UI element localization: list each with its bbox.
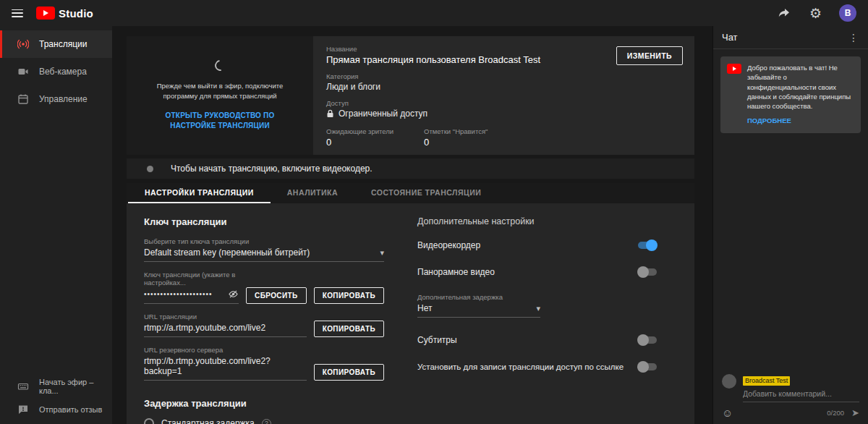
sidebar-item-label: Веб-камера: [39, 67, 87, 77]
stream-url-value: rtmp://a.rtmp.youtube.com/live2: [144, 323, 265, 333]
sidebar-item-broadcasts[interactable]: Трансляции: [0, 30, 112, 58]
main-content: Прежде чем выйти в эфир, подключите прог…: [112, 26, 712, 424]
topbar: Studio ⚙ B: [0, 0, 868, 26]
chat-title: Чат: [722, 32, 738, 43]
dvr-row: Видеорекордер: [417, 239, 658, 251]
sidebar-item-label: Начать эфир – кла...: [39, 378, 112, 395]
feedback-icon: [17, 404, 29, 415]
extra-delay-value: Нет: [417, 303, 432, 313]
dvr-toggle[interactable]: [637, 239, 658, 251]
help-icon[interactable]: ?: [262, 419, 271, 424]
latency-section: Задержка трансляции Стандартная задержка…: [144, 398, 384, 424]
copy-backup-url-button[interactable]: КОПИРОВАТЬ: [314, 364, 384, 381]
category-label: Категория: [326, 72, 681, 80]
category-value: Люди и блоги: [326, 82, 681, 92]
latency-option-normal[interactable]: Стандартная задержка ?: [144, 418, 384, 424]
sidebar-item-manage[interactable]: Управление: [0, 85, 112, 113]
access-value: Ограниченный доступ: [339, 109, 427, 119]
broadcast-summary-card: Прежде чем выйти в эфир, подключите прог…: [127, 36, 694, 155]
chevron-down-icon: ▾: [380, 248, 384, 258]
link-access-row: Установить для записи трансляции доступ …: [417, 361, 658, 373]
backup-url-field: URL резервного сервера rtmp://b.rtmp.you…: [144, 346, 307, 381]
status-message: Чтобы начать трансляцию, включите видеок…: [171, 164, 373, 174]
stream-key-title: Ключ трансляции: [144, 216, 384, 227]
learn-more-link[interactable]: ПОДРОБНЕЕ: [747, 116, 791, 124]
radio-icon: [144, 418, 154, 424]
panoramic-label: Панорамное видео: [417, 267, 502, 277]
sidebar-item-start-stream-shortcut[interactable]: Начать эфир – кла...: [0, 375, 112, 398]
additional-settings-title: Дополнительные настройки: [417, 216, 658, 226]
stream-preview-panel: Прежде чем выйти в эфир, подключите прог…: [127, 36, 313, 155]
encoder-status-bar: Чтобы начать трансляцию, включите видеок…: [127, 158, 694, 179]
additional-settings-section: Дополнительные настройки Видеорекордер П…: [417, 216, 658, 424]
tab-analytics[interactable]: АНАЛИТИКА: [271, 183, 354, 203]
youtube-play-icon: [727, 64, 741, 74]
captions-label: Субтитры: [417, 335, 464, 345]
sidebar-item-label: Отправить отзыв: [39, 405, 102, 414]
latency-title: Задержка трансляции: [144, 398, 384, 409]
lock-icon: [326, 109, 334, 118]
sidebar-item-send-feedback[interactable]: Отправить отзыв: [0, 398, 112, 421]
chat-compose-area: Broadcast Test ☺ 0/200 ➤: [713, 368, 868, 424]
stream-key-value: •••••••••••••••••••••: [144, 290, 213, 298]
waiting-viewers-stat: Ожидающие зрители 0: [326, 127, 393, 148]
chat-header: Чат ⋮: [713, 26, 868, 49]
captions-toggle[interactable]: [637, 334, 658, 346]
stream-key-field: Ключ трансляции (укажите в настройках...…: [144, 271, 239, 304]
likes-stat: Отметки "Нравится" 0: [424, 127, 488, 148]
stream-key-type-select[interactable]: Выберите тип ключа трансляции Default st…: [144, 237, 384, 262]
panoramic-row: Панорамное видео: [417, 266, 658, 278]
webcam-icon: [17, 66, 29, 77]
dvr-label: Видеорекордер: [417, 240, 488, 250]
chat-message-input[interactable]: [743, 387, 859, 402]
sidebar-item-webcam[interactable]: Веб-камера: [0, 58, 112, 85]
tab-bar: НАСТРОЙКИ ТРАНСЛЯЦИИ АНАЛИТИКА СОСТОЯНИЕ…: [127, 183, 694, 203]
chat-welcome-card: Добро пожаловать в чат! Не забывайте о к…: [720, 56, 861, 133]
stream-key-section: Ключ трансляции Выберите тип ключа транс…: [144, 216, 384, 424]
link-access-toggle[interactable]: [637, 361, 658, 373]
edit-button[interactable]: ИЗМЕНИТЬ: [616, 46, 683, 65]
sidebar-item-label: Трансляции: [39, 39, 87, 49]
tab-stream-settings[interactable]: НАСТРОЙКИ ТРАНСЛЯЦИИ: [128, 183, 271, 203]
reset-key-button[interactable]: СБРОСИТЬ: [246, 287, 307, 304]
stream-key-type-value: Default stream key (переменный битрейт): [144, 247, 310, 258]
kebab-menu-icon[interactable]: ⋮: [846, 32, 861, 43]
sidebar-item-label: Управление: [39, 94, 88, 104]
likes-count: 0: [424, 137, 488, 148]
copy-key-button[interactable]: КОПИРОВАТЬ: [314, 287, 384, 304]
eye-off-icon[interactable]: [228, 289, 239, 300]
chat-username: Broadcast Test: [743, 376, 790, 386]
send-icon[interactable]: ➤: [851, 408, 859, 417]
youtube-play-icon: [36, 7, 55, 20]
share-feedback-icon[interactable]: [778, 7, 791, 19]
chat-panel: Чат ⋮ Добро пожаловать в чат! Не забывай…: [712, 26, 868, 424]
app-window: Studio ⚙ B Трансляции Веб-камера: [0, 0, 868, 424]
copy-url-button[interactable]: КОПИРОВАТЬ: [314, 321, 384, 337]
char-counter: 0/200: [827, 409, 844, 417]
extra-delay-select[interactable]: Дополнительная задержка Нет ▾: [417, 293, 540, 318]
loading-spinner-icon: [213, 58, 228, 73]
youtube-studio-logo[interactable]: Studio: [36, 7, 93, 20]
setup-guide-link[interactable]: ОТКРЫТЬ РУКОВОДСТВО ПО НАСТРОЙКЕ ТРАНСЛЯ…: [142, 111, 297, 131]
menu-icon[interactable]: [12, 9, 23, 17]
backup-url-value: rtmp://b.rtmp.youtube.com/live2?backup=1: [144, 356, 307, 376]
emoji-icon[interactable]: ☺: [722, 407, 733, 418]
keyboard-icon: [17, 381, 29, 392]
link-access-label: Установить для записи трансляции доступ …: [417, 362, 631, 371]
chevron-down-icon: ▾: [536, 304, 540, 313]
gear-icon[interactable]: ⚙: [809, 7, 822, 20]
account-avatar[interactable]: B: [839, 4, 856, 22]
status-dot-icon: [147, 166, 153, 172]
tab-stream-health[interactable]: СОСТОЯНИЕ ТРАНСЛЯЦИИ: [354, 183, 498, 203]
calendar-icon: [17, 93, 29, 105]
sidebar: Трансляции Веб-камера Управление: [0, 26, 112, 424]
panoramic-toggle[interactable]: [637, 266, 658, 278]
broadcast-icon: [17, 38, 29, 50]
stream-settings-panel: Ключ трансляции Выберите тип ключа транс…: [127, 203, 694, 424]
broadcast-info-panel: Название Прямая трансляция пользователя …: [313, 36, 694, 155]
waiting-viewers-count: 0: [326, 137, 393, 148]
stream-url-field: URL трансляции rtmp://a.rtmp.youtube.com…: [144, 313, 307, 337]
access-label: Доступ: [326, 99, 681, 107]
chat-welcome-message: Добро пожаловать в чат! Не забывайте о к…: [747, 63, 854, 111]
sidebar-bottom: Начать эфир – кла... Отправить отзыв: [0, 375, 112, 424]
